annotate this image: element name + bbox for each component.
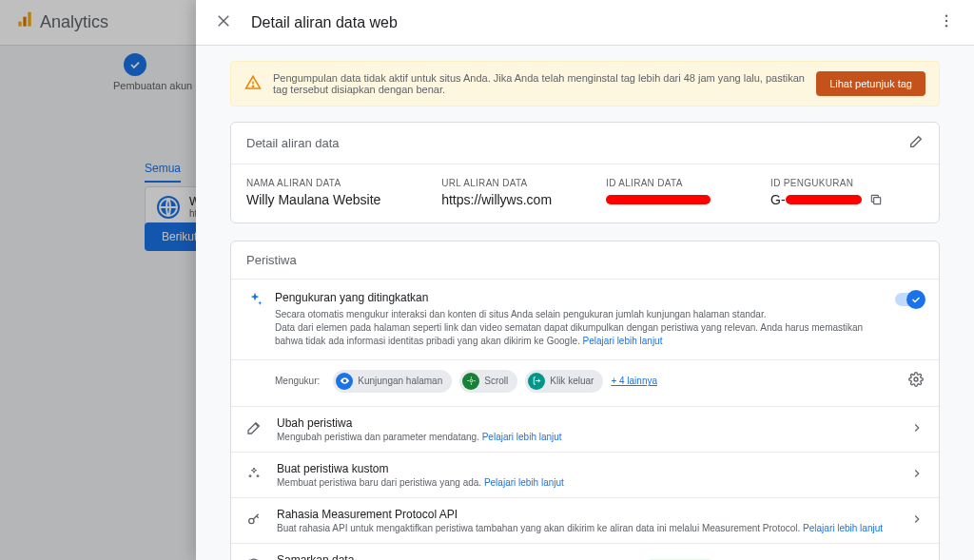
measurement-id-label: ID PENGUKURAN bbox=[770, 178, 924, 188]
edit-button[interactable] bbox=[908, 134, 924, 152]
svg-rect-11 bbox=[873, 197, 880, 203]
stream-id-field: ID ALIRAN DATA bbox=[606, 178, 759, 209]
measure-chips-row: Mengukur: Kunjungan halaman Scroll Klik … bbox=[231, 360, 939, 406]
chevron-right-icon bbox=[910, 421, 924, 437]
detail-header-text: Detail aliran data bbox=[246, 136, 340, 150]
enhanced-desc: Secara otomatis mengukur interaksi dan k… bbox=[275, 308, 884, 348]
wand-icon bbox=[246, 420, 263, 438]
copy-button[interactable] bbox=[869, 193, 883, 209]
measurement-id-value: G- bbox=[770, 192, 924, 209]
modal-title: Detail aliran data web bbox=[251, 14, 919, 31]
details-row: NAMA ALIRAN DATA Willy Maulana Website U… bbox=[231, 164, 939, 222]
learn-more-link[interactable]: Pelajari lebih lanjut bbox=[484, 477, 564, 488]
step-label: Pembuatan akun bbox=[113, 80, 192, 91]
key-icon bbox=[246, 512, 263, 530]
events-card: Peristiwa Pengukuran yang ditingkatkan S… bbox=[230, 241, 940, 560]
custom-events-desc: Membuat peristiwa baru dari peristiwa ya… bbox=[277, 477, 897, 488]
chip-pageview: Kunjungan halaman bbox=[333, 370, 452, 393]
enhanced-toggle[interactable] bbox=[895, 293, 924, 306]
stream-name-value: Willy Maulana Website bbox=[246, 192, 430, 207]
learn-more-link[interactable]: Pelajari lebih lanjut bbox=[583, 336, 663, 346]
sparkle-small-icon bbox=[246, 466, 263, 484]
more-button[interactable] bbox=[934, 9, 959, 36]
analytics-logo-icon bbox=[15, 10, 34, 34]
stream-id-label: ID ALIRAN DATA bbox=[606, 178, 759, 188]
stream-detail-card: Detail aliran data NAMA ALIRAN DATA Will… bbox=[230, 122, 940, 223]
detail-card-header: Detail aliran data bbox=[231, 123, 939, 164]
more-chips-link[interactable]: + 4 lainnya bbox=[611, 376, 657, 386]
measurement-id-field: ID PENGUKURAN G- bbox=[770, 178, 924, 209]
tab-all[interactable]: Semua bbox=[145, 162, 181, 183]
learn-more-link[interactable]: Pelajari lebih lanjut bbox=[482, 432, 562, 442]
learn-more-link[interactable]: Pelajari lebih lanjut bbox=[803, 523, 883, 533]
app-name: Analytics bbox=[40, 12, 108, 32]
stream-name-field: NAMA ALIRAN DATA Willy Maulana Website bbox=[246, 178, 430, 209]
sparkle-icon bbox=[246, 291, 263, 348]
exit-icon bbox=[528, 373, 545, 390]
gear-button[interactable] bbox=[908, 372, 924, 390]
modify-events-desc: Mengubah peristiwa dan parameter mendata… bbox=[277, 432, 897, 442]
eye-icon bbox=[336, 373, 353, 390]
warning-icon bbox=[244, 74, 262, 94]
stream-url-label: URL ALIRAN DATA bbox=[441, 178, 594, 188]
api-secret-title: Rahasia Measurement Protocol API bbox=[277, 508, 897, 521]
warning-text: Pengumpulan data tidak aktif untuk situs… bbox=[273, 72, 805, 95]
svg-point-14 bbox=[249, 518, 254, 523]
svg-point-10 bbox=[252, 86, 253, 87]
svg-rect-1 bbox=[23, 17, 26, 27]
stream-url-value: https://willyws.com bbox=[441, 192, 594, 207]
stepper bbox=[124, 53, 146, 76]
modify-events-row[interactable]: Ubah peristiwa Mengubah peristiwa dan pa… bbox=[231, 406, 939, 452]
custom-events-title: Buat peristiwa kustom bbox=[277, 462, 897, 475]
stream-name-label: NAMA ALIRAN DATA bbox=[246, 178, 430, 188]
enhanced-title: Pengukuran yang ditingkatkan bbox=[275, 291, 884, 304]
stream-detail-modal: Detail aliran data web Pengumpulan data … bbox=[196, 0, 974, 560]
svg-point-13 bbox=[914, 377, 918, 381]
stream-id-value bbox=[606, 192, 759, 207]
modify-events-title: Ubah peristiwa bbox=[277, 416, 897, 430]
svg-rect-2 bbox=[28, 12, 30, 27]
enhanced-measurement-row: Pengukuran yang ditingkatkan Secara otom… bbox=[231, 280, 939, 360]
redact-data-row[interactable]: Samarkan data Mencegah data tertentu dik… bbox=[231, 543, 939, 560]
modal-header: Detail aliran data web bbox=[196, 0, 974, 46]
analytics-logo: Analytics bbox=[15, 10, 108, 34]
chevron-right-icon bbox=[910, 512, 924, 529]
api-secret-desc: Buat rahasia API untuk mengaktifkan peri… bbox=[277, 523, 897, 533]
chip-scroll: Scroll bbox=[459, 370, 517, 393]
view-tag-instructions-button[interactable]: Lihat petunjuk tag bbox=[816, 71, 925, 96]
svg-point-7 bbox=[945, 20, 947, 22]
svg-point-6 bbox=[945, 15, 947, 17]
redact-data-title: Samarkan data bbox=[277, 553, 635, 560]
close-button[interactable] bbox=[211, 9, 236, 36]
svg-rect-0 bbox=[18, 22, 21, 27]
globe-icon bbox=[157, 196, 180, 219]
stream-url-field: URL ALIRAN DATA https://willyws.com bbox=[441, 178, 594, 209]
custom-events-row[interactable]: Buat peristiwa kustom Membuat peristiwa … bbox=[231, 452, 939, 497]
svg-point-12 bbox=[470, 379, 473, 382]
measure-label: Mengukur: bbox=[275, 376, 320, 386]
api-secret-row[interactable]: Rahasia Measurement Protocol API Buat ra… bbox=[231, 497, 939, 543]
events-header: Peristiwa bbox=[231, 241, 939, 280]
check-icon bbox=[906, 290, 925, 309]
scroll-icon bbox=[462, 373, 479, 390]
chevron-right-icon bbox=[910, 467, 924, 483]
chip-outbound: Klik keluar bbox=[525, 370, 603, 393]
warning-banner: Pengumpulan data tidak aktif untuk situs… bbox=[230, 61, 940, 106]
svg-point-8 bbox=[945, 25, 947, 27]
step-complete-icon bbox=[124, 53, 146, 76]
modal-body: Pengumpulan data tidak aktif untuk situs… bbox=[196, 46, 974, 560]
